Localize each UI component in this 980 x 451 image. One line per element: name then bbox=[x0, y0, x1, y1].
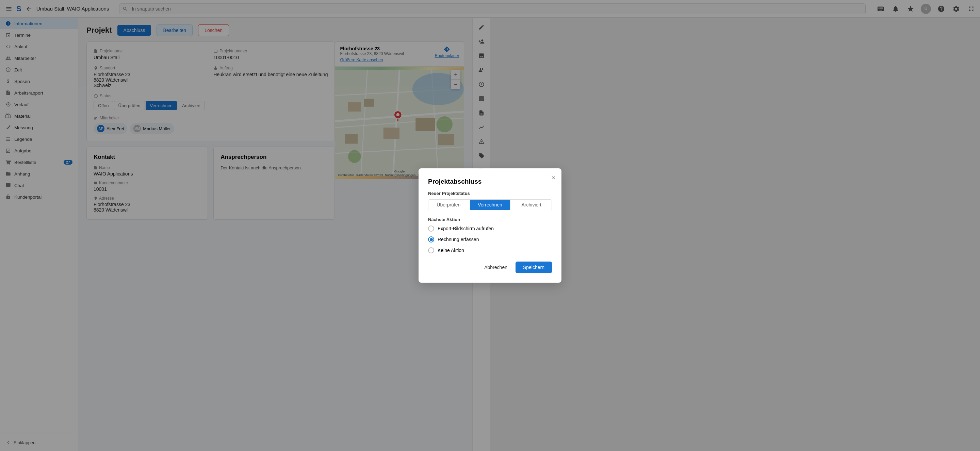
radio-export[interactable]: Export-Bildschirm aufrufen bbox=[428, 226, 552, 232]
cancel-button[interactable]: Abbrechen bbox=[480, 262, 511, 273]
modal-radio-group: Export-Bildschirm aufrufen Rechnung erfa… bbox=[428, 226, 552, 253]
radio-rechnung[interactable]: Rechnung erfassen bbox=[428, 237, 552, 243]
modal-tab-verrechnen[interactable]: Verrechnen bbox=[470, 200, 511, 210]
modal-actions: Abbrechen Speichern bbox=[428, 262, 552, 273]
modal-tab-ueberpruefen[interactable]: Überprüfen bbox=[428, 200, 469, 210]
radio-keine[interactable]: Keine Aktion bbox=[428, 247, 552, 253]
modal-close-button[interactable]: × bbox=[552, 175, 555, 182]
save-button[interactable]: Speichern bbox=[515, 262, 552, 273]
modal-status-tabs: Überprüfen Verrechnen Archiviert bbox=[428, 199, 552, 210]
modal-action-subtitle: Nächste Aktion bbox=[428, 217, 552, 222]
radio-circle-keine bbox=[428, 247, 434, 253]
radio-label-keine: Keine Aktion bbox=[438, 248, 464, 253]
modal-title: Projektabschluss bbox=[428, 178, 552, 185]
radio-circle-export bbox=[428, 226, 434, 232]
radio-circle-rechnung bbox=[428, 237, 434, 243]
radio-label-rechnung: Rechnung erfassen bbox=[438, 237, 479, 242]
modal-overlay: Projektabschluss × Neuer Projektstatus Ü… bbox=[0, 0, 980, 451]
modal-tab-archiviert[interactable]: Archiviert bbox=[511, 200, 552, 210]
projektabschluss-modal: Projektabschluss × Neuer Projektstatus Ü… bbox=[418, 168, 562, 283]
radio-label-export: Export-Bildschirm aufrufen bbox=[438, 226, 494, 231]
modal-status-subtitle: Neuer Projektstatus bbox=[428, 191, 552, 196]
